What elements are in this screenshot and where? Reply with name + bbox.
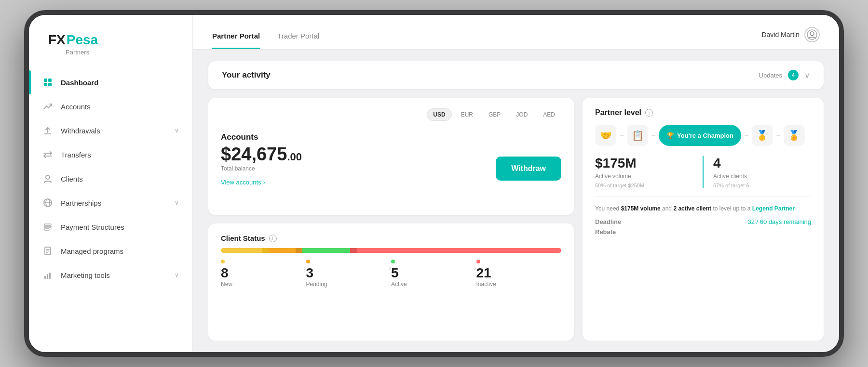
tab-partner-portal[interactable]: Partner Portal [212,32,260,49]
svg-rect-17 [44,276,46,279]
activity-banner: Your activity Updates 4 ∨ [208,61,824,89]
balance-display: $24,675.00 [221,145,302,163]
sidebar-item-managed-programs[interactable]: Managed programs [29,239,192,263]
document-icon [42,246,53,256]
volume-sub: 50% of target $250M [595,183,693,188]
sidebar-item-payment-structures[interactable]: Payment Structures [29,215,192,239]
levelup-bold-2: 2 active client [673,205,711,212]
svg-point-6 [46,175,50,179]
rebate-label: Rebate [595,228,616,236]
logo-area: FX Pesa Partners [29,15,192,70]
level-starter: 🤝 [595,125,616,146]
transfer-icon [42,149,53,160]
client-status-title: Client Status [221,234,265,242]
person-icon [42,173,53,184]
currency-tab-jod[interactable]: JOD [510,108,534,121]
sidebar-item-label: Payment Structures [61,223,179,231]
volume-stat: $175M Active volume 50% of target $250M [595,156,693,188]
stat-label-inactive: Inactive [476,281,496,288]
status-bar-new [221,248,262,253]
partner-header: Partner level i [595,108,811,117]
sidebar-item-label: Dashboard [61,79,179,87]
withdraw-button[interactable]: Withdraw [496,157,561,181]
partner-title: Partner level [595,108,641,117]
content-area: Your activity Updates 4 ∨ USD [193,50,839,352]
volume-label: Active volume [595,173,693,181]
level-master: 🏅 [784,125,805,146]
expand-icon[interactable]: ∨ [804,71,810,80]
legend-partner-link[interactable]: Legend Partner [752,205,795,212]
chevron-down-icon: ∨ [175,127,179,134]
stat-pending: 3 Pending [306,260,392,288]
stat-number-inactive: 21 [476,265,491,281]
grid-icon [42,77,53,88]
stat-number-active: 5 [391,265,399,281]
stat-divider [703,156,704,188]
currency-tab-usd[interactable]: USD [427,108,451,121]
logo-partners: Partners [66,49,89,56]
stat-inactive: 21 Inactive [476,260,562,288]
status-stats: 8 New 3 Pending 5 Active [221,260,561,288]
total-label: Total balance [221,165,302,172]
sidebar-item-label: Accounts [61,103,179,111]
svg-rect-3 [48,83,52,86]
deadline-row: Deadline 32 / 60 days remaining [595,218,811,225]
currency-tab-gbp[interactable]: GBP [482,108,507,121]
sidebar-item-label: Marketing tools [61,271,167,279]
updates-label: Updates [759,72,782,79]
chart-bars-icon [42,270,53,280]
arrow-icon-2: → [650,131,657,139]
header: Partner Portal Trader Portal David Marti… [193,15,839,50]
balance-cents: .00 [287,151,302,163]
partner-info-icon: i [645,109,653,117]
clients-sub: 67% of target 6 [713,183,811,188]
accounts-title: Accounts [221,132,302,142]
left-column: USD EUR GBP JOD AED Accounts [208,98,574,341]
level-champion-active: 🏆 You're a Champion [659,125,741,146]
tab-trader-portal[interactable]: Trader Portal [277,32,319,49]
rebate-row: Rebate [595,228,811,236]
sidebar-item-partnerships[interactable]: Partnerships ∨ [29,191,192,215]
new-dot [221,260,225,263]
sidebar-item-label: Partnerships [61,199,167,207]
sidebar-item-withdrawals[interactable]: Withdrawals ∨ [29,118,192,143]
balance-amount: $24,675 [221,144,287,164]
sidebar-item-transfers[interactable]: Transfers [29,143,192,167]
sidebar-item-dashboard[interactable]: Dashboard [29,70,192,94]
svg-rect-10 [44,224,51,225]
chart-up-icon [42,101,53,112]
currency-tab-aed[interactable]: AED [537,108,561,121]
activity-right: Updates 4 ∨ [759,70,810,80]
sidebar-item-label: Withdrawals [61,127,167,135]
logo-fx: FX [48,32,66,48]
sidebar: FX Pesa Partners Dashboard [29,15,193,352]
level-legend: 🥇 [752,125,773,146]
currency-tab-eur[interactable]: EUR [455,108,479,121]
sidebar-item-clients[interactable]: Clients [29,167,192,191]
sidebar-item-marketing-tools[interactable]: Marketing tools ∨ [29,263,192,287]
chevron-down-icon: ∨ [175,199,179,206]
stat-active: 5 Active [391,260,476,288]
cards-row: USD EUR GBP JOD AED Accounts [208,98,824,341]
pending-dot [306,260,310,263]
stat-label-new: New [221,281,232,288]
status-bar-sep1 [262,248,269,253]
status-bar-sep2 [296,248,302,253]
svg-rect-18 [47,274,48,279]
user-name: David Martin [761,31,800,39]
view-accounts-link[interactable]: View accounts › [221,179,302,186]
stat-label-pending: Pending [306,281,327,288]
clients-amount: 4 [713,156,811,171]
arrow-icon-3: → [743,131,750,139]
client-status-header: Client Status i [221,234,561,242]
svg-rect-11 [44,226,51,228]
clients-stat: 4 Active clients 67% of target 6 [713,156,811,188]
svg-rect-2 [44,83,47,86]
deadline-label: Deadline [595,218,621,225]
user-menu[interactable]: David Martin [761,27,820,49]
accounts-card: USD EUR GBP JOD AED Accounts [208,98,574,215]
sidebar-item-accounts[interactable]: Accounts [29,94,192,118]
nav-list: Dashboard Accounts [29,70,192,352]
level-track: 🤝 → 📋 → 🏆 You're a Champion → 🥇 → 🏅 [595,125,811,146]
logo: FX Pesa [48,32,98,48]
